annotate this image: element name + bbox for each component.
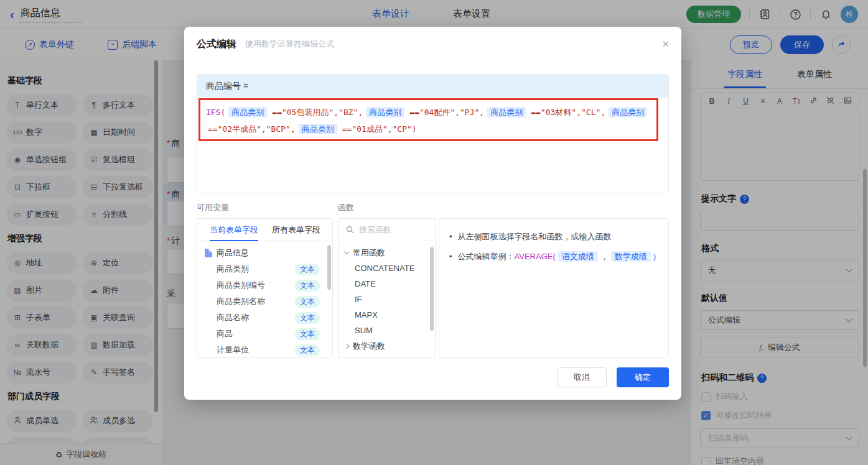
formula-field-token[interactable]: 商品类别 <box>228 107 267 117</box>
functions-scrollbar[interactable] <box>430 247 434 331</box>
formula-edit-modal: 公式编辑 使用数学运算符编辑公式 × 商品编号 = IFS(商品类别=="05包… <box>184 27 681 400</box>
modal-title: 公式编辑 <box>197 38 236 51</box>
formula-op-token: == <box>208 124 218 134</box>
bullet-icon: • <box>449 251 452 262</box>
formula-op-token: == <box>342 124 352 134</box>
function-item[interactable]: MAPX <box>338 307 435 323</box>
formula-annotation-box: IFS(商品类别=="05包装用品","BZ",商品类别=="04配件","PJ… <box>198 98 658 141</box>
formula-field-token[interactable]: 商品类别 <box>366 107 404 117</box>
tree-chevron-icon <box>344 343 349 348</box>
formula-input-area[interactable]: IFS(商品类别=="05包装用品","BZ",商品类别=="04配件","PJ… <box>197 98 668 193</box>
help-tip-1: 从左侧面板选择字段名和函数，或输入函数 <box>458 231 612 242</box>
function-item[interactable]: DATE <box>338 276 435 292</box>
formula-editor: 商品编号 = IFS(商品类别=="05包装用品","BZ",商品类别=="04… <box>197 74 669 193</box>
formula-str-token: "04配件","PJ", <box>419 108 484 117</box>
variable-type-badge: 文本 <box>295 312 320 324</box>
formula-field-token[interactable]: 商品类别 <box>609 107 647 117</box>
functions-section-label: 函数 <box>338 202 439 213</box>
formula-target-field: 商品编号 = <box>197 75 668 98</box>
function-group-name: 文本函数 <box>353 356 385 359</box>
cancel-button[interactable]: 取消 <box>557 367 607 387</box>
tab-all-form-fields[interactable]: 所有表单字段 <box>272 219 320 241</box>
search-icon <box>346 226 354 234</box>
form-file-icon <box>205 249 212 257</box>
variables-form-root[interactable]: 商品信息 <box>197 245 332 261</box>
help-tip-2: 公式编辑举例：AVERAGE(语文成绩，数学成绩) <box>458 251 656 262</box>
formula-str-token: "03材料","CL", <box>541 108 605 117</box>
formula-op-token: == <box>409 108 419 117</box>
function-item[interactable]: SUM <box>338 323 435 338</box>
variables-section-label: 可用变量 <box>197 202 338 213</box>
function-group-collapsed[interactable]: 文本函数 <box>338 354 435 358</box>
example-function-name: AVERAGE( <box>515 252 556 261</box>
formula-op-token: == <box>531 108 541 117</box>
example-field-token: 语文成绩 <box>558 251 598 262</box>
variable-row[interactable]: 计量单位文本 <box>197 342 332 358</box>
confirm-button[interactable]: 确定 <box>617 367 669 387</box>
variable-type-badge: 文本 <box>295 280 320 292</box>
variable-name: 商品 <box>217 328 233 339</box>
formula-field-token[interactable]: 商品类别 <box>299 124 337 134</box>
function-search-input[interactable]: 搜索函数 <box>338 219 435 241</box>
tree-chevron-icon <box>344 249 349 254</box>
variable-name: 商品类别编号 <box>217 280 265 291</box>
function-group-expanded[interactable]: 常用函数 <box>338 245 435 260</box>
formula-str-token: "05包装用品","BZ", <box>282 108 363 117</box>
function-group-name: 常用函数 <box>353 247 385 259</box>
variable-name: 商品类别 <box>217 264 249 275</box>
app-window: ‹ 商品信息 表单设计 表单设置 数据管理 <box>0 0 868 465</box>
variable-type-badge: 文本 <box>295 344 320 356</box>
variable-row[interactable]: 商品名称文本 <box>197 310 332 326</box>
variables-panel: 当前表单字段 所有表单字段 商品信息 商品类别文本商品类别编号文本商品类别名称文… <box>197 218 333 358</box>
variable-row[interactable]: 商品文本 <box>197 326 332 342</box>
variable-name: 商品名称 <box>217 312 249 323</box>
function-item[interactable]: IF <box>338 292 435 307</box>
variable-type-badge: 文本 <box>295 264 320 275</box>
variable-row[interactable]: 商品类别名称文本 <box>197 293 332 310</box>
functions-panel: 搜索函数 常用函数CONCATENATEDATEIFMAPXSUM数学函数文本函… <box>338 218 436 358</box>
formula-func-token: IFS( <box>206 108 225 117</box>
tab-current-form-fields[interactable]: 当前表单字段 <box>210 219 258 241</box>
formula-field-token[interactable]: 商品类别 <box>487 107 526 117</box>
bullet-icon: • <box>449 231 452 242</box>
example-close-paren: ) <box>653 252 656 261</box>
variable-row[interactable]: 商品类别文本 <box>197 261 332 277</box>
close-icon[interactable]: × <box>662 39 669 50</box>
function-group-name: 数学函数 <box>353 341 385 352</box>
formula-str-token: "02半成品","BCP", <box>218 124 296 134</box>
formula-str-token: "01成品","CP") <box>352 124 416 134</box>
modal-subtitle: 使用数学运算符编辑公式 <box>245 39 334 50</box>
variable-row[interactable]: 商品类别编号文本 <box>197 277 332 293</box>
function-item[interactable]: CONCATENATE <box>338 260 435 276</box>
example-field-token: 数学成绩 <box>611 251 651 262</box>
variable-name: 商品类别名称 <box>217 296 265 307</box>
variables-scrollbar[interactable] <box>327 245 331 290</box>
formula-op-token: == <box>272 108 282 117</box>
variable-type-badge: 文本 <box>295 296 320 308</box>
formula-help-panel: • 从左侧面板选择字段名和函数，或输入函数 • 公式编辑举例：AVERAGE(语… <box>439 218 669 358</box>
function-group-collapsed[interactable]: 数学函数 <box>338 338 435 354</box>
variable-name: 计量单位 <box>217 344 249 356</box>
variable-type-badge: 文本 <box>295 328 320 340</box>
